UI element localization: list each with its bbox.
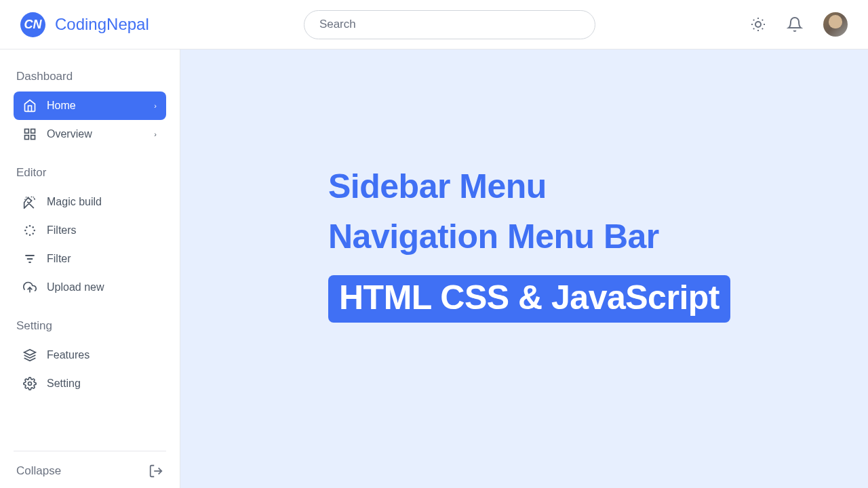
- avatar[interactable]: [823, 12, 848, 37]
- svg-rect-10: [31, 129, 35, 134]
- layers-icon: [23, 348, 37, 362]
- sidebar-item-features[interactable]: Features: [14, 341, 166, 369]
- svg-point-19: [24, 230, 26, 232]
- navbar-actions: [750, 12, 848, 37]
- logout-icon: [149, 464, 163, 479]
- sidebar-item-label: Overview: [47, 128, 92, 140]
- notifications-icon[interactable]: [787, 16, 803, 33]
- collapse-button[interactable]: Collapse: [14, 451, 166, 488]
- svg-line-7: [753, 28, 754, 29]
- search-input[interactable]: [304, 10, 595, 39]
- cloud-upload-icon: [23, 281, 37, 294]
- magic-wand-icon: [23, 195, 37, 209]
- svg-line-4: [762, 28, 763, 29]
- svg-rect-12: [25, 136, 29, 140]
- theme-toggle-icon[interactable]: [750, 16, 766, 33]
- svg-point-14: [32, 226, 34, 228]
- sidebar-item-label: Features: [47, 349, 90, 361]
- sidebar-item-label: Filter: [47, 253, 71, 265]
- sidebar-item-home[interactable]: Home ›: [14, 92, 166, 120]
- sidebar-content: Dashboard Home › Overview › Editor: [14, 64, 166, 451]
- section-title-dashboard: Dashboard: [14, 64, 166, 92]
- section-title-setting: Setting: [14, 314, 166, 341]
- chevron-right-icon: ›: [154, 102, 157, 110]
- svg-line-3: [753, 20, 754, 20]
- container: Dashboard Home › Overview › Editor: [0, 49, 868, 488]
- logo[interactable]: CN CodingNepal: [20, 12, 149, 37]
- svg-point-17: [29, 234, 31, 236]
- hero-badge: HTML CSS & JavaScript: [328, 275, 730, 323]
- collapse-label: Collapse: [16, 464, 61, 478]
- sidebar-item-label: Magic build: [47, 196, 102, 208]
- sidebar: Dashboard Home › Overview › Editor: [0, 49, 180, 488]
- sidebar-item-overview[interactable]: Overview ›: [14, 120, 166, 148]
- loading-icon: [23, 224, 37, 237]
- svg-point-25: [28, 382, 32, 386]
- sidebar-item-label: Setting: [47, 378, 81, 390]
- sidebar-item-label: Upload new: [47, 281, 104, 293]
- home-icon: [23, 99, 37, 113]
- sidebar-item-magic-build[interactable]: Magic build: [14, 188, 166, 216]
- svg-point-13: [29, 225, 31, 227]
- svg-point-20: [26, 226, 28, 228]
- grid-icon: [23, 127, 37, 141]
- sidebar-item-setting[interactable]: Setting: [14, 369, 166, 398]
- svg-rect-9: [25, 129, 29, 134]
- chevron-right-icon: ›: [154, 130, 157, 138]
- sidebar-item-filter[interactable]: Filter: [14, 245, 166, 273]
- filter-icon: [23, 252, 37, 266]
- section-title-editor: Editor: [14, 161, 166, 188]
- navbar: CN CodingNepal: [0, 0, 868, 49]
- svg-rect-11: [31, 136, 35, 140]
- sidebar-item-upload-new[interactable]: Upload new: [14, 273, 166, 302]
- gear-icon: [23, 377, 37, 390]
- main-content: Sidebar Menu Navigation Menu Bar HTML CS…: [180, 49, 868, 488]
- hero-line-2: Navigation Menu Bar: [328, 211, 868, 262]
- sidebar-item-label: Filters: [47, 224, 77, 237]
- svg-point-15: [33, 230, 35, 232]
- logo-icon: CN: [20, 12, 45, 37]
- sidebar-item-filters[interactable]: Filters: [14, 216, 166, 245]
- hero-line-1: Sidebar Menu: [328, 161, 868, 211]
- svg-line-8: [762, 20, 763, 20]
- svg-marker-24: [24, 350, 36, 355]
- svg-point-18: [26, 232, 28, 235]
- brand-name: CodingNepal: [55, 15, 149, 34]
- svg-point-0: [755, 22, 761, 27]
- sidebar-item-label: Home: [47, 100, 76, 112]
- svg-point-16: [32, 232, 34, 235]
